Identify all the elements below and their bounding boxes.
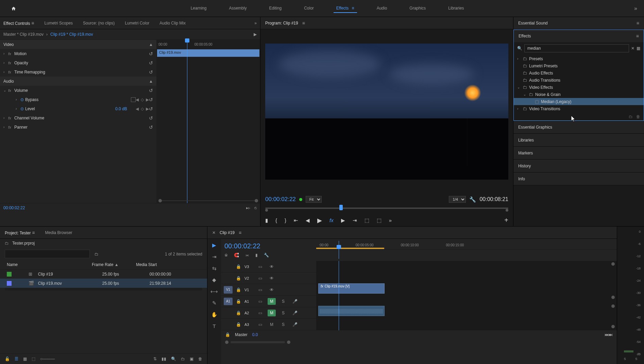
collapsed-panel-essential-graphics[interactable]: Essential Graphics [513, 121, 644, 134]
panel-menu-icon[interactable]: ≡ [239, 230, 241, 235]
timeline-playhead[interactable] [339, 241, 339, 259]
audio-track-header[interactable]: A1🔒A1▭MS🎤 [221, 296, 316, 307]
play-button[interactable]: ▶ [317, 217, 322, 224]
zoom-select[interactable]: Fit [306, 196, 322, 203]
video-track-header[interactable]: V1🔒V1▭👁 [221, 284, 316, 296]
program-monitor[interactable] [260, 29, 513, 194]
workspace-tab-assembly[interactable]: Assembly [226, 4, 249, 13]
collapsed-panel-markers[interactable]: Markers [513, 147, 644, 160]
video-track-header[interactable]: 🔒V3▭👁 [221, 261, 316, 272]
resolution-select[interactable]: 1/4 [449, 196, 466, 203]
master-out-icon[interactable]: ⏮⏭ [605, 332, 613, 337]
transport-overflow[interactable]: » [389, 217, 392, 223]
col-mediastart[interactable]: Media Start [136, 262, 187, 267]
close-sequence-button[interactable]: ✕ [212, 230, 216, 235]
track-select-tool[interactable]: ⇥ [212, 254, 217, 260]
project-search-input[interactable] [5, 250, 90, 258]
ripple-edit-tool[interactable]: ⇆ [212, 265, 217, 271]
col-name[interactable]: Name [7, 262, 92, 267]
ec-row[interactable]: ›fxMotion↺ [0, 49, 156, 58]
panel-tab[interactable]: Lumetri Color [125, 21, 149, 26]
goto-in-button[interactable]: ⇤ [294, 217, 298, 224]
ec-export-icon[interactable]: ⎋ [254, 205, 257, 210]
panel-menu-icon[interactable]: ≡ [637, 20, 639, 26]
delete-icon[interactable]: 🗑 [636, 114, 640, 119]
filter-bin-icon[interactable]: 🗀 [95, 252, 99, 257]
effect-folder[interactable]: 🗀Lumetri Presets [514, 62, 644, 69]
freeform-view-button[interactable]: ⬚ [32, 357, 35, 361]
lock-icon[interactable]: 🔒 [225, 332, 230, 337]
wrench-icon[interactable]: 🔧 [469, 196, 476, 203]
delete-button[interactable]: 🗑 [198, 357, 202, 361]
new-bin-icon[interactable]: 🗀 [629, 114, 633, 119]
panel-tab[interactable]: Audio Clip Mix [159, 21, 186, 26]
ec-row[interactable]: ⌄fxVolume↺ [0, 86, 156, 95]
magnet-icon[interactable]: 🧲 [234, 253, 239, 258]
effect-folder[interactable]: ›🗀Presets [514, 55, 644, 62]
clear-search-button[interactable]: ✕ [631, 46, 634, 51]
pen-tool[interactable]: ✎ [212, 300, 217, 306]
work-area-bar[interactable] [316, 248, 384, 249]
collapsed-panel-libraries[interactable]: Libraries [513, 134, 644, 147]
workspace-tab-editing[interactable]: Editing [266, 4, 284, 13]
collapsed-panel-info[interactable]: Info [513, 172, 644, 185]
ec-clip-bar[interactable]: Clip #19.mov [157, 49, 259, 57]
project-tab[interactable]: Media Browser [45, 230, 72, 235]
timeline-timecode[interactable]: 00:00:02:22 [224, 242, 313, 250]
type-tool[interactable]: T [213, 323, 216, 329]
program-timecode[interactable]: 00:00:02:22 [265, 196, 296, 203]
effects-search-input[interactable] [524, 44, 629, 52]
lock-icon[interactable]: 🔓 [5, 357, 10, 361]
fx-icon[interactable]: fx [329, 217, 334, 223]
video-clip[interactable]: fx Clip #19.mov [V] [318, 283, 385, 294]
new-item-button[interactable]: ▣ [190, 357, 193, 361]
mark-in-icon[interactable]: { [275, 217, 277, 223]
slip-tool[interactable]: ⟷ [210, 288, 218, 295]
ec-row[interactable]: ›⊙Level0.0 dB◀◇▶↺ [0, 104, 156, 113]
panel-tab[interactable]: Lumetri Scopes [45, 21, 73, 26]
project-tab[interactable]: Project: Tester ≡ [5, 230, 35, 235]
master-value[interactable]: 0.0 [252, 332, 258, 337]
panel-tab[interactable]: Source: (no clips) [83, 21, 115, 26]
program-scrubber[interactable] [260, 205, 513, 214]
project-item[interactable]: ⊞Clip #1925.00 fps00:00:00:00 [0, 269, 207, 279]
home-button[interactable] [7, 2, 20, 15]
scrubber-handle[interactable] [339, 205, 343, 210]
play-icon[interactable]: ▶ [254, 32, 257, 37]
ec-playhead[interactable] [187, 40, 187, 203]
program-tab[interactable]: Program: Clip #19 [265, 21, 298, 26]
collapsed-panel-history[interactable]: History [513, 160, 644, 172]
col-framerate[interactable]: Frame Rate [92, 262, 113, 267]
effect-folder[interactable]: ›🗀Video Transitions [514, 105, 644, 112]
ec-row[interactable]: ›⊙Bypass◀◇▶↺ [0, 95, 156, 104]
ec-mini-timeline[interactable]: :00:0000:00:05:00 Clip #19.mov [156, 40, 260, 203]
ec-toggle-icon[interactable]: ▸▹ [246, 205, 250, 210]
zoom-slider[interactable]: ○——— [40, 357, 55, 361]
add-button[interactable]: + [504, 216, 508, 224]
ec-row[interactable]: Video▲ [0, 40, 156, 49]
workspace-tab-color[interactable]: Color [301, 4, 317, 13]
hand-tool[interactable]: ✋ [211, 312, 218, 318]
step-forward-button[interactable]: ▶ [341, 217, 345, 224]
timeline-track-area[interactable]: fx Clip #19.mov [V] [316, 261, 617, 330]
effect-folder[interactable]: 🗀Audio Transitions [514, 77, 644, 84]
audio-clip[interactable] [318, 306, 385, 316]
panel-tab[interactable]: Effect Controls ≡ [3, 20, 34, 26]
lift-button[interactable]: ⬚ [365, 217, 369, 224]
sort-icon[interactable]: ⇅ [153, 357, 157, 361]
ec-clip-label[interactable]: Clip #19 * Clip #19.mov [50, 32, 93, 37]
marker-icon[interactable]: ▮ [255, 253, 258, 258]
list-view-button[interactable]: ☰ [15, 357, 18, 361]
ec-row[interactable]: ›fxPanner↺ [0, 122, 156, 132]
effect-item[interactable]: ▢Median (Legacy) [514, 98, 644, 105]
step-back-button[interactable]: ◀ [306, 217, 310, 224]
razor-tool[interactable]: ◆ [212, 277, 216, 283]
ec-footer-timecode[interactable]: 00:00:02:22 [3, 205, 25, 210]
workspace-tab-libraries[interactable]: Libraries [445, 4, 467, 13]
essential-sound-header[interactable]: Essential Sound ≡ [513, 17, 644, 29]
new-bin-icon[interactable]: ▦ [637, 46, 640, 51]
tabs-overflow-icon[interactable]: » [254, 21, 257, 26]
effect-folder[interactable]: 🗀Audio Effects [514, 69, 644, 77]
mark-out-icon[interactable]: } [285, 217, 286, 223]
project-item[interactable]: 🎬Clip #19.mov25.00 fps21:59:28:14 [0, 279, 207, 288]
